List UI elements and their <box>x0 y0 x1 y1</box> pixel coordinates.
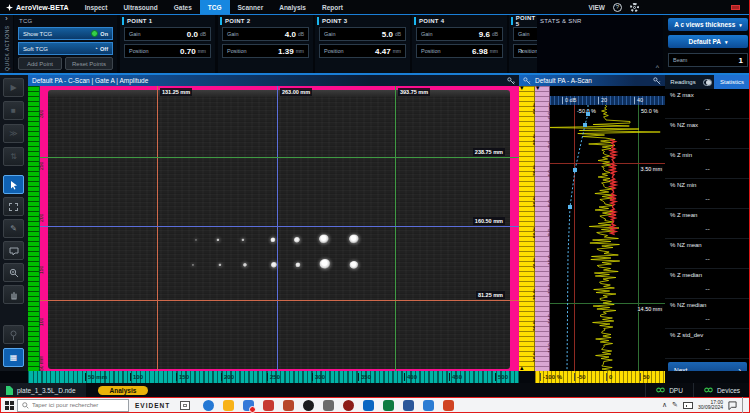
gain-field[interactable]: Gain <box>513 27 537 41</box>
annotation-tool-button[interactable] <box>3 241 24 260</box>
view-menu[interactable]: VIEW <box>588 4 605 11</box>
horizontal-cursor[interactable]: 238.75 mm <box>40 157 519 158</box>
taskbar-app-icon-teams[interactable] <box>363 400 374 411</box>
pin-tool-button[interactable] <box>3 325 24 344</box>
tab-statistics[interactable]: Statistics <box>714 75 750 89</box>
point-2-panel: POINT 2 Gain 4.0 dB Position 1.39 mm <box>218 15 313 73</box>
horizontal-cursor[interactable]: 81.25 mm <box>40 300 519 301</box>
taskbar-app-icon-globe[interactable] <box>343 400 354 411</box>
gain-field[interactable]: Gain 9.6 dB <box>416 27 503 41</box>
tab-readings[interactable]: Readings <box>665 75 701 89</box>
menu-report[interactable]: Report <box>314 0 351 14</box>
taskbar-app-icon-update-badged[interactable] <box>263 400 274 411</box>
notification-icon[interactable] <box>728 401 737 410</box>
gain-field[interactable]: Gain 4.0 dB <box>222 27 309 41</box>
taskbar-search[interactable] <box>17 399 129 412</box>
position-label: Position <box>324 48 375 54</box>
taskbar-app-icon-mail[interactable] <box>243 400 254 411</box>
pencil-tool-button[interactable]: ✎ <box>3 219 24 238</box>
pointer-tool-button[interactable] <box>3 175 24 194</box>
key-icon[interactable] <box>507 77 515 85</box>
menu-analysis[interactable]: Analysis <box>271 0 314 14</box>
rect-select-tool-button[interactable] <box>3 197 24 216</box>
views-dropdown[interactable]: A c views thickness▾ <box>668 18 748 31</box>
devices-status[interactable]: Devices <box>693 383 750 397</box>
taskbar-app-icon-powerpoint[interactable] <box>283 400 294 411</box>
help-icon[interactable]: ? <box>613 3 622 12</box>
menu-scanner[interactable]: Scanner <box>230 0 272 14</box>
taskbar-app-icon-office[interactable] <box>443 400 454 411</box>
gate-slider-top-icon[interactable]: ▾ <box>536 85 540 91</box>
quick-actions-expand-icon[interactable]: › <box>0 15 13 22</box>
pan-tool-button[interactable] <box>3 285 24 304</box>
readings-toggle[interactable] <box>701 75 714 89</box>
show-tcg-row[interactable]: Show TCG On <box>18 27 113 40</box>
ruler-tick-label: -50 <box>574 373 586 381</box>
stats-snr-panel: STATS & SNR ^ <box>537 15 663 73</box>
cscan-header[interactable]: Default PA - C-Scan | Gate A | Amplitude <box>28 75 519 86</box>
amplitude-color-scale[interactable]: ▾ ▴ 90 %80 %70 %60 %50 %40 %30 %20 %10 % <box>519 86 535 371</box>
show-tcg-toggle[interactable]: On <box>91 30 108 37</box>
point-title: POINT 3 <box>322 18 347 24</box>
taskbar-clock[interactable]: 17:00 30/09/2024 <box>698 400 723 411</box>
taskbar-app-icon-browser[interactable] <box>203 400 214 411</box>
menu-gates[interactable]: Gates <box>166 0 200 14</box>
toggle-off-icon: ◔ <box>94 45 98 52</box>
position-field[interactable]: Position 6.98 mm <box>416 44 503 58</box>
reading-label: % NZ median <box>670 302 706 308</box>
ascan-plot[interactable]: 0 dB2040 -50.0 % 50.0 % <box>550 86 665 371</box>
file-tab[interactable]: plate_1_3.5L_D.nde <box>0 383 86 397</box>
points-scroll-right-icon[interactable]: › <box>516 44 527 58</box>
gain-field[interactable]: Gain 0.0 dB <box>124 27 211 41</box>
position-field[interactable]: Position 4.47 mm <box>319 44 406 58</box>
pin-icon <box>9 330 18 340</box>
pa-dropdown[interactable]: Default PA▾ <box>668 35 748 48</box>
taskbar-app-icon-dark-app[interactable] <box>303 400 314 411</box>
cscan-body[interactable]: 30025020015010050 mm 131.25 mm <box>28 86 519 371</box>
taskbar-app-icon-camera[interactable] <box>323 400 334 411</box>
start-button[interactable] <box>1 401 17 410</box>
hand-icon <box>9 290 19 300</box>
settings-gear-icon[interactable] <box>630 3 639 12</box>
dpu-status[interactable]: DPU <box>645 383 693 397</box>
task-view-icon[interactable] <box>180 401 190 410</box>
stats-panel-title: STATS & SNR <box>537 15 663 24</box>
key-icon[interactable] <box>653 77 661 85</box>
reading-value: -- <box>665 195 750 202</box>
collapse-chevron-icon[interactable]: ^ <box>656 64 659 71</box>
position-field[interactable]: Position 1.39 mm <box>222 44 309 58</box>
menu-tcg[interactable]: TCG <box>200 0 230 14</box>
search-input[interactable] <box>32 402 122 408</box>
add-point-button[interactable]: Add Point <box>18 57 62 70</box>
show-desktop-button[interactable] <box>742 397 745 413</box>
beam-field[interactable]: Beam 1 <box>668 53 748 67</box>
stop-button[interactable]: ■ <box>3 101 24 120</box>
key-icon[interactable] <box>523 77 531 85</box>
reset-points-button[interactable]: Reset Points <box>65 57 113 70</box>
windows-taskbar: EVIDENT ∧ ✎ 17:00 30/09/2024 <box>0 397 750 413</box>
menu-ultrasound[interactable]: Ultrasound <box>115 0 165 14</box>
zoom-tool-button[interactable] <box>3 263 24 282</box>
grid-view-button[interactable]: ▦ <box>3 348 24 367</box>
taskbar-app-icon-outlook[interactable] <box>423 400 434 411</box>
swap-axes-button[interactable]: ⇅ <box>3 147 24 166</box>
gain-field[interactable]: Gain 5.0 dB <box>319 27 406 41</box>
taskbar-app-icon-word[interactable] <box>403 400 414 411</box>
tray-expand-icon[interactable]: ∧ <box>662 401 667 409</box>
reading-item: % NZ max -- <box>665 119 750 149</box>
soft-tcg-toggle[interactable]: ◔ Off <box>94 45 108 52</box>
play-button[interactable]: ▶ <box>3 78 24 97</box>
pen-icon[interactable]: ✎ <box>672 401 678 409</box>
scale-slider-top-icon[interactable]: ▾ <box>520 85 524 91</box>
menu-inspect[interactable]: Inspect <box>77 0 116 14</box>
taskbar-app-icon-excel[interactable] <box>383 400 394 411</box>
keyboard-icon[interactable] <box>683 402 693 409</box>
reading-value: -- <box>665 165 750 172</box>
ascan-header[interactable]: Default PA - A-Scan <box>519 75 665 86</box>
soft-tcg-row[interactable]: Soft TCG ◔ Off <box>18 42 113 55</box>
step-forward-button[interactable]: ≫ <box>3 124 24 143</box>
horizontal-cursor[interactable]: 160.50 mm <box>40 226 519 227</box>
position-field[interactable]: Position 0.70 mm <box>124 44 211 58</box>
analysis-mode-badge[interactable]: Analysis <box>98 386 149 395</box>
taskbar-app-icon-explorer[interactable] <box>223 400 234 411</box>
